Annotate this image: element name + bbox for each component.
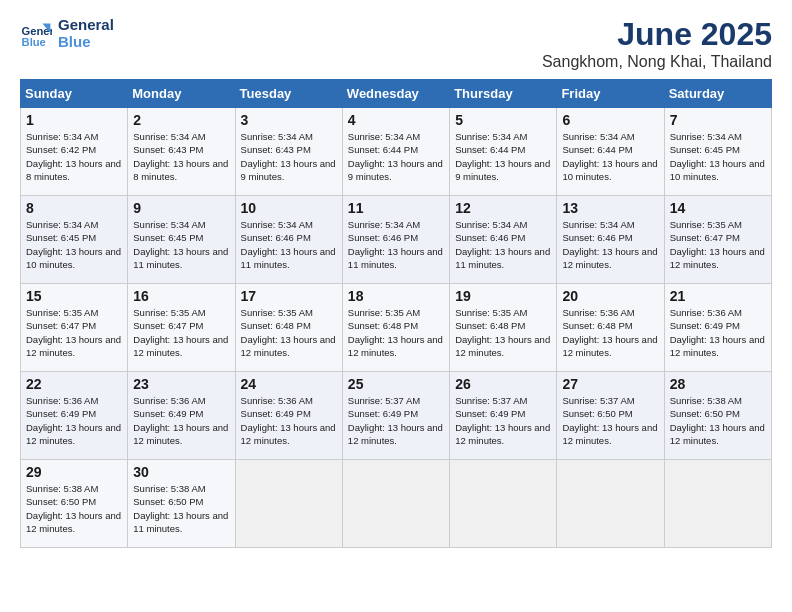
header-friday: Friday [557, 80, 664, 108]
calendar-cell: 24Sunrise: 5:36 AMSunset: 6:49 PMDayligh… [235, 372, 342, 460]
month-title: June 2025 [542, 16, 772, 53]
day-number: 17 [241, 288, 337, 304]
day-info: Sunrise: 5:34 AMSunset: 6:46 PMDaylight:… [241, 218, 337, 271]
calendar-cell: 1Sunrise: 5:34 AMSunset: 6:42 PMDaylight… [21, 108, 128, 196]
day-number: 8 [26, 200, 122, 216]
day-info: Sunrise: 5:36 AMSunset: 6:49 PMDaylight:… [26, 394, 122, 447]
day-number: 19 [455, 288, 551, 304]
day-info: Sunrise: 5:35 AMSunset: 6:47 PMDaylight:… [26, 306, 122, 359]
calendar-cell: 26Sunrise: 5:37 AMSunset: 6:49 PMDayligh… [450, 372, 557, 460]
calendar-cell: 23Sunrise: 5:36 AMSunset: 6:49 PMDayligh… [128, 372, 235, 460]
day-number: 1 [26, 112, 122, 128]
day-info: Sunrise: 5:35 AMSunset: 6:48 PMDaylight:… [455, 306, 551, 359]
day-info: Sunrise: 5:37 AMSunset: 6:49 PMDaylight:… [455, 394, 551, 447]
calendar-cell: 3Sunrise: 5:34 AMSunset: 6:43 PMDaylight… [235, 108, 342, 196]
title-area: June 2025 Sangkhom, Nong Khai, Thailand [542, 16, 772, 71]
day-info: Sunrise: 5:34 AMSunset: 6:43 PMDaylight:… [133, 130, 229, 183]
calendar-cell: 10Sunrise: 5:34 AMSunset: 6:46 PMDayligh… [235, 196, 342, 284]
calendar-cell: 20Sunrise: 5:36 AMSunset: 6:48 PMDayligh… [557, 284, 664, 372]
day-info: Sunrise: 5:35 AMSunset: 6:47 PMDaylight:… [133, 306, 229, 359]
day-number: 9 [133, 200, 229, 216]
day-info: Sunrise: 5:38 AMSunset: 6:50 PMDaylight:… [670, 394, 766, 447]
logo-blue: Blue [58, 33, 114, 50]
calendar-cell: 6Sunrise: 5:34 AMSunset: 6:44 PMDaylight… [557, 108, 664, 196]
calendar-header: SundayMondayTuesdayWednesdayThursdayFrid… [21, 80, 772, 108]
logo: General Blue General Blue [20, 16, 114, 50]
day-number: 22 [26, 376, 122, 392]
calendar-cell: 7Sunrise: 5:34 AMSunset: 6:45 PMDaylight… [664, 108, 771, 196]
day-info: Sunrise: 5:34 AMSunset: 6:44 PMDaylight:… [455, 130, 551, 183]
header-saturday: Saturday [664, 80, 771, 108]
day-number: 13 [562, 200, 658, 216]
calendar-week-2: 8Sunrise: 5:34 AMSunset: 6:45 PMDaylight… [21, 196, 772, 284]
header: General Blue General Blue June 2025 Sang… [20, 16, 772, 71]
day-info: Sunrise: 5:34 AMSunset: 6:45 PMDaylight:… [26, 218, 122, 271]
calendar-cell [450, 460, 557, 548]
calendar-cell: 21Sunrise: 5:36 AMSunset: 6:49 PMDayligh… [664, 284, 771, 372]
day-number: 27 [562, 376, 658, 392]
calendar-cell: 28Sunrise: 5:38 AMSunset: 6:50 PMDayligh… [664, 372, 771, 460]
day-number: 6 [562, 112, 658, 128]
header-thursday: Thursday [450, 80, 557, 108]
day-number: 26 [455, 376, 551, 392]
day-number: 7 [670, 112, 766, 128]
calendar-week-3: 15Sunrise: 5:35 AMSunset: 6:47 PMDayligh… [21, 284, 772, 372]
day-info: Sunrise: 5:37 AMSunset: 6:49 PMDaylight:… [348, 394, 444, 447]
day-info: Sunrise: 5:34 AMSunset: 6:45 PMDaylight:… [133, 218, 229, 271]
location-title: Sangkhom, Nong Khai, Thailand [542, 53, 772, 71]
day-number: 15 [26, 288, 122, 304]
calendar-cell: 29Sunrise: 5:38 AMSunset: 6:50 PMDayligh… [21, 460, 128, 548]
calendar-cell [664, 460, 771, 548]
day-number: 23 [133, 376, 229, 392]
day-info: Sunrise: 5:37 AMSunset: 6:50 PMDaylight:… [562, 394, 658, 447]
calendar-cell: 5Sunrise: 5:34 AMSunset: 6:44 PMDaylight… [450, 108, 557, 196]
calendar-cell: 16Sunrise: 5:35 AMSunset: 6:47 PMDayligh… [128, 284, 235, 372]
logo-icon: General Blue [20, 17, 52, 49]
calendar-cell: 22Sunrise: 5:36 AMSunset: 6:49 PMDayligh… [21, 372, 128, 460]
header-sunday: Sunday [21, 80, 128, 108]
day-number: 18 [348, 288, 444, 304]
calendar-cell: 11Sunrise: 5:34 AMSunset: 6:46 PMDayligh… [342, 196, 449, 284]
day-number: 10 [241, 200, 337, 216]
day-number: 24 [241, 376, 337, 392]
logo-general: General [58, 16, 114, 33]
calendar-cell: 4Sunrise: 5:34 AMSunset: 6:44 PMDaylight… [342, 108, 449, 196]
calendar-cell: 17Sunrise: 5:35 AMSunset: 6:48 PMDayligh… [235, 284, 342, 372]
day-info: Sunrise: 5:38 AMSunset: 6:50 PMDaylight:… [26, 482, 122, 535]
calendar-week-5: 29Sunrise: 5:38 AMSunset: 6:50 PMDayligh… [21, 460, 772, 548]
day-number: 12 [455, 200, 551, 216]
day-info: Sunrise: 5:34 AMSunset: 6:46 PMDaylight:… [348, 218, 444, 271]
header-wednesday: Wednesday [342, 80, 449, 108]
calendar-cell [557, 460, 664, 548]
calendar-cell: 8Sunrise: 5:34 AMSunset: 6:45 PMDaylight… [21, 196, 128, 284]
day-number: 16 [133, 288, 229, 304]
calendar-cell: 25Sunrise: 5:37 AMSunset: 6:49 PMDayligh… [342, 372, 449, 460]
day-number: 30 [133, 464, 229, 480]
day-info: Sunrise: 5:34 AMSunset: 6:46 PMDaylight:… [562, 218, 658, 271]
day-number: 3 [241, 112, 337, 128]
calendar-cell: 14Sunrise: 5:35 AMSunset: 6:47 PMDayligh… [664, 196, 771, 284]
calendar-week-1: 1Sunrise: 5:34 AMSunset: 6:42 PMDaylight… [21, 108, 772, 196]
day-info: Sunrise: 5:38 AMSunset: 6:50 PMDaylight:… [133, 482, 229, 535]
day-info: Sunrise: 5:35 AMSunset: 6:47 PMDaylight:… [670, 218, 766, 271]
day-info: Sunrise: 5:34 AMSunset: 6:42 PMDaylight:… [26, 130, 122, 183]
day-number: 5 [455, 112, 551, 128]
day-info: Sunrise: 5:36 AMSunset: 6:48 PMDaylight:… [562, 306, 658, 359]
calendar-table: SundayMondayTuesdayWednesdayThursdayFrid… [20, 79, 772, 548]
day-info: Sunrise: 5:34 AMSunset: 6:46 PMDaylight:… [455, 218, 551, 271]
day-info: Sunrise: 5:34 AMSunset: 6:45 PMDaylight:… [670, 130, 766, 183]
day-number: 29 [26, 464, 122, 480]
day-number: 28 [670, 376, 766, 392]
day-info: Sunrise: 5:34 AMSunset: 6:44 PMDaylight:… [348, 130, 444, 183]
day-info: Sunrise: 5:35 AMSunset: 6:48 PMDaylight:… [348, 306, 444, 359]
calendar-cell: 12Sunrise: 5:34 AMSunset: 6:46 PMDayligh… [450, 196, 557, 284]
day-info: Sunrise: 5:34 AMSunset: 6:44 PMDaylight:… [562, 130, 658, 183]
day-number: 2 [133, 112, 229, 128]
calendar-cell: 30Sunrise: 5:38 AMSunset: 6:50 PMDayligh… [128, 460, 235, 548]
day-number: 4 [348, 112, 444, 128]
calendar-cell: 13Sunrise: 5:34 AMSunset: 6:46 PMDayligh… [557, 196, 664, 284]
day-number: 25 [348, 376, 444, 392]
day-info: Sunrise: 5:35 AMSunset: 6:48 PMDaylight:… [241, 306, 337, 359]
calendar-week-4: 22Sunrise: 5:36 AMSunset: 6:49 PMDayligh… [21, 372, 772, 460]
calendar-cell: 18Sunrise: 5:35 AMSunset: 6:48 PMDayligh… [342, 284, 449, 372]
